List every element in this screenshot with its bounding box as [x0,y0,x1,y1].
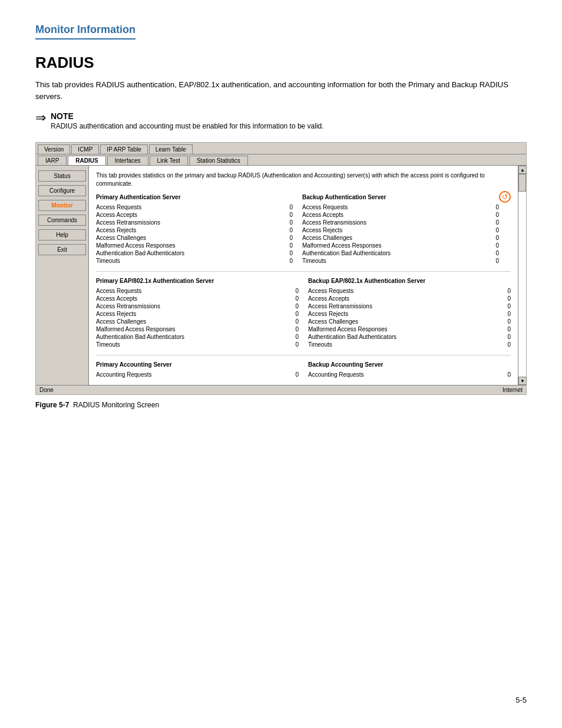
sidebar-item-monitor[interactable]: Monitor [38,200,86,211]
backup-eap-row-3: Access Rejects 0 [308,311,511,317]
primary-eap-row-2: Access Retransmissions 0 [96,303,299,309]
monitor-title: Monitor Information [35,24,135,39]
note-box: ⇒ NOTE RADIUS authentication and account… [35,111,527,130]
auth-server-grid: Primary Authentication Server Access Req… [96,194,499,265]
primary-eap-row-4: Access Challenges 0 [96,318,299,325]
primary-auth-row-4: Access Challenges 0 [96,235,293,241]
backup-acct-section: Backup Accounting Server Accounting Requ… [308,361,511,379]
primary-auth-value-3: 0 [283,227,293,233]
primary-eap-label-2: Access Retransmissions [96,303,160,309]
note-label: NOTE [51,111,324,121]
backup-eap-value-3: 0 [501,311,511,317]
scroll-up-arrow[interactable]: ▲ [518,166,527,174]
sidebar-item-exit[interactable]: Exit [38,244,86,255]
backup-auth-row-5: Malformed Access Responses 0 [302,242,499,249]
backup-auth-row-0: Access Requests 0 [302,204,499,210]
backup-eap-label-3: Access Rejects [308,311,348,317]
tab-interfaces[interactable]: Interfaces [107,156,148,165]
backup-auth-row-7: Timeouts 0 [302,258,499,264]
tab-ip-arp-table[interactable]: IP ARP Table [100,144,147,154]
primary-auth-label-2: Access Retransmissions [96,219,160,226]
second-tabs-bar: IARP RADIUS Interfaces Link Test Station… [36,154,526,166]
backup-eap-value-2: 0 [501,303,511,309]
browser-status-bar: Done Internet [36,385,526,394]
figure-label: RADIUS Monitoring Screen [73,401,159,409]
status-bar-left: Done [39,387,54,393]
backup-auth-label-1: Access Accepts [302,212,343,218]
backup-eap-value-4: 0 [501,318,511,325]
sidebar-item-commands[interactable]: Commands [38,215,86,226]
backup-auth-label-2: Access Retransmissions [302,219,366,226]
backup-acct-title: Backup Accounting Server [308,361,511,368]
backup-auth-value-6: 0 [490,250,499,256]
tab-description: This tab provides statistics on the prim… [96,172,511,188]
primary-eap-row-7: Timeouts 0 [96,341,299,348]
tab-link-test[interactable]: Link Test [150,156,188,165]
backup-eap-label-4: Access Challenges [308,318,358,325]
tab-iarp[interactable]: IARP [38,156,67,165]
content-header: This tab provides statistics on the prim… [96,172,511,188]
primary-auth-value-0: 0 [283,204,293,210]
tab-icmp[interactable]: ICMP [71,144,99,154]
backup-auth-value-4: 0 [490,235,499,241]
primary-eap-value-6: 0 [289,334,299,340]
primary-auth-label-5: Malformed Access Responses [96,242,176,249]
browser-window: Version ICMP IP ARP Table Learn Table IA… [35,142,527,395]
right-scrollbar[interactable]: ▲ ▼ [518,166,526,385]
primary-eap-value-2: 0 [289,303,299,309]
tab-radius[interactable]: RADIUS [68,156,105,165]
backup-acct-label-0: Accounting Requests [308,371,364,378]
primary-auth-value-1: 0 [283,212,293,218]
primary-acct-title: Primary Accounting Server [96,361,299,368]
tab-learn-table[interactable]: Learn Table [149,144,193,154]
radius-description: This tab provides RADIUS authentication,… [35,79,527,102]
backup-eap-label-1: Access Accepts [308,295,349,302]
backup-acct-row-0: Accounting Requests 0 [308,371,511,378]
scroll-thumb[interactable] [518,174,526,192]
primary-acct-section: Primary Accounting Server Accounting Req… [96,361,299,379]
backup-auth-section: Backup Authentication Server Access Requ… [302,194,499,265]
scroll-down-arrow[interactable]: ▼ [518,377,527,385]
backup-eap-row-2: Access Retransmissions 0 [308,303,511,309]
primary-auth-row-6: Authentication Bad Authenticators 0 [96,250,293,256]
backup-auth-row-2: Access Retransmissions 0 [302,219,499,226]
primary-eap-row-1: Access Accepts 0 [96,295,299,302]
primary-eap-label-4: Access Challenges [96,318,146,325]
scroll-track[interactable] [518,174,526,377]
backup-auth-row-3: Access Rejects 0 [302,227,499,233]
radius-heading: RADIUS [35,54,527,72]
primary-eap-value-1: 0 [289,295,299,302]
tab-station-statistics[interactable]: Station Statistics [189,156,248,165]
refresh-icon[interactable]: ↺ [499,191,511,203]
sidebar: Status Configure Monitor Commands Help E… [36,166,89,385]
primary-eap-title: Primary EAP/802.1x Authentication Server [96,278,299,284]
backup-eap-label-5: Malformed Access Responses [308,326,388,332]
status-bar-right: Internet [503,387,523,393]
primary-eap-label-7: Timeouts [96,341,120,348]
sidebar-item-configure[interactable]: Configure [38,185,86,196]
main-content: This tab provides statistics on the prim… [89,166,518,385]
primary-acct-label-0: Accounting Requests [96,371,152,378]
backup-auth-row-4: Access Challenges 0 [302,235,499,241]
backup-eap-value-7: 0 [501,341,511,348]
sidebar-item-status[interactable]: Status [38,170,86,182]
primary-auth-label-3: Access Rejects [96,227,136,233]
sidebar-item-help[interactable]: Help [38,229,86,241]
primary-auth-label-7: Timeouts [96,258,120,264]
backup-eap-row-7: Timeouts 0 [308,341,511,348]
primary-eap-value-4: 0 [289,318,299,325]
note-icon: ⇒ [35,110,46,126]
backup-eap-row-0: Access Requests 0 [308,288,511,294]
backup-auth-value-7: 0 [490,258,499,264]
primary-eap-label-6: Authentication Bad Authenticators [96,334,184,340]
primary-auth-row-7: Timeouts 0 [96,258,293,264]
backup-auth-title: Backup Authentication Server [302,194,499,200]
primary-eap-value-5: 0 [289,326,299,332]
backup-eap-row-1: Access Accepts 0 [308,295,511,302]
backup-eap-label-6: Authentication Bad Authenticators [308,334,396,340]
primary-eap-row-3: Access Rejects 0 [96,311,299,317]
primary-auth-row-2: Access Retransmissions 0 [96,219,293,226]
primary-auth-value-7: 0 [283,258,293,264]
note-text: RADIUS authentication and accounting mus… [51,122,324,130]
tab-version[interactable]: Version [38,144,70,154]
